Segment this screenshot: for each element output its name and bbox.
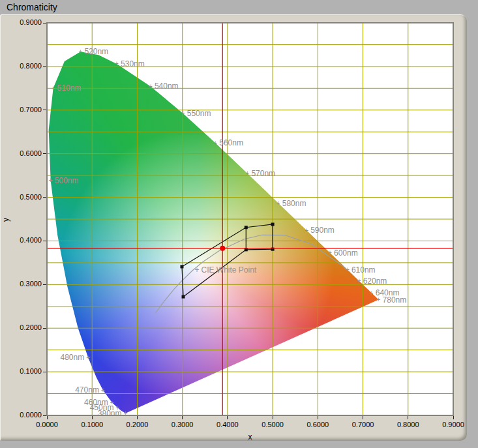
y-axis-tick-label: 0.3000 [5,280,42,288]
wavelength-label: 600nm [334,248,358,258]
y-axis-tick [43,153,46,154]
y-axis-tick-label: 0.6000 [5,149,42,157]
wavelength-marker: + [124,410,128,415]
wavelength-label: 780nm [383,295,407,305]
y-axis-tick [43,197,46,198]
wavelength-marker: + [245,170,249,177]
wavelength-label: 620nm [363,276,387,286]
x-axis-tick-label: 0.1000 [72,421,112,428]
wavelength-marker: + [101,387,105,394]
wavelength-label: 540nm [155,82,179,91]
x-axis-tick [273,416,273,419]
y-axis-tick [43,23,46,23]
title-bar: Chromaticity [0,0,478,14]
wavelength-marker: + [328,249,332,256]
window-title: Chromaticity [7,2,57,12]
x-axis-tick [182,416,183,419]
wavelength-label: 510nm [57,83,82,93]
x-axis-tick-label: 0.8000 [389,421,428,428]
x-axis-tick [92,416,93,419]
wavelength-label: 520nm [84,47,108,56]
wavelength-marker: + [276,200,280,207]
wavelength-label: 470nm [75,385,99,395]
x-axis-tick [137,416,138,419]
x-axis-tick [408,416,408,419]
x-axis-tick-label: 0.7000 [344,421,383,428]
plot-area[interactable]: +CIE White Point+520nm+530nm+510nm+540nm… [47,23,453,415]
x-axis-tick-label: 0.2000 [117,421,157,428]
wavelength-label: 550nm [187,109,211,118]
wavelength-marker: + [52,85,55,92]
x-axis-tick-label: 0.5000 [253,421,292,428]
wavelength-marker: + [78,48,82,55]
y-axis-tick [43,328,46,329]
x-axis-tick-label: 0.6000 [298,421,337,428]
wavelength-marker: + [49,177,53,184]
x-axis-tick-label: 0.0000 [27,421,67,428]
wavelength-marker: + [213,140,217,147]
wavelength-marker: + [346,266,350,273]
wavelength-label: 500nm [55,176,79,185]
wavelength-label: 610nm [351,265,376,275]
wavelength-marker: + [357,277,361,284]
y-axis-tick-label: 0.9000 [5,18,42,26]
x-axis-tick [363,416,363,419]
x-axis-tick [453,416,454,419]
y-axis-tick-label: 0.1000 [5,367,42,375]
target-region-vertex-marker [245,226,248,229]
y-axis-tick [43,372,46,372]
wavelength-label: 380nm [98,409,122,415]
y-axis-tick-label: 0.8000 [5,62,42,70]
y-axis-tick [43,284,46,285]
wavelength-label: 560nm [219,138,243,147]
wavelength-marker: + [149,83,153,90]
y-axis-tick-label: 0.7000 [5,106,42,113]
x-axis-tick [47,416,48,419]
target-region-vertex-marker [180,265,183,268]
x-axis-tick-label: 0.9000 [434,421,473,428]
wavelength-label: 590nm [310,226,335,235]
wavelength-label: 530nm [121,59,145,68]
measurement-point[interactable] [220,246,225,251]
white-point-label: CIE White Point [202,265,257,275]
white-point-marker: + [195,265,200,275]
target-region-vertex-marker [182,295,185,299]
wavelength-marker: + [305,227,308,234]
wavelength-marker: + [181,110,185,117]
plot-overlay: +CIE White Point+520nm+530nm+510nm+540nm… [47,23,453,415]
wavelength-marker: + [115,60,119,67]
wavelength-marker: + [86,354,90,361]
wavelength-label: 570nm [251,169,275,178]
y-axis-tick [43,415,46,416]
wavelength-label: 580nm [282,199,306,208]
application-window: { "window": { "title": "Chromaticity", "… [0,0,478,448]
x-axis-tick [318,416,318,419]
y-axis-tick-label: 0.0000 [5,411,42,419]
x-axis-tick-label: 0.3000 [163,421,202,428]
y-axis-tick [43,241,46,241]
y-axis-tick [43,110,46,110]
chart-panel: +CIE White Point+520nm+530nm+510nm+540nm… [0,14,467,441]
y-axis-tick-label: 0.2000 [5,323,42,331]
x-axis-title: x [47,432,453,441]
x-axis-tick-label: 0.4000 [208,421,247,428]
y-axis-tick [43,66,46,67]
target-region-vertex-marker [271,223,275,226]
y-axis-title: y [1,218,10,222]
wavelength-marker: + [370,290,374,297]
y-axis-tick-label: 0.5000 [5,193,42,201]
wavelength-marker: + [377,296,381,303]
y-axis-tick-label: 0.4000 [5,236,42,244]
wavelength-label: 480nm [60,353,84,362]
x-axis-tick [227,416,228,419]
